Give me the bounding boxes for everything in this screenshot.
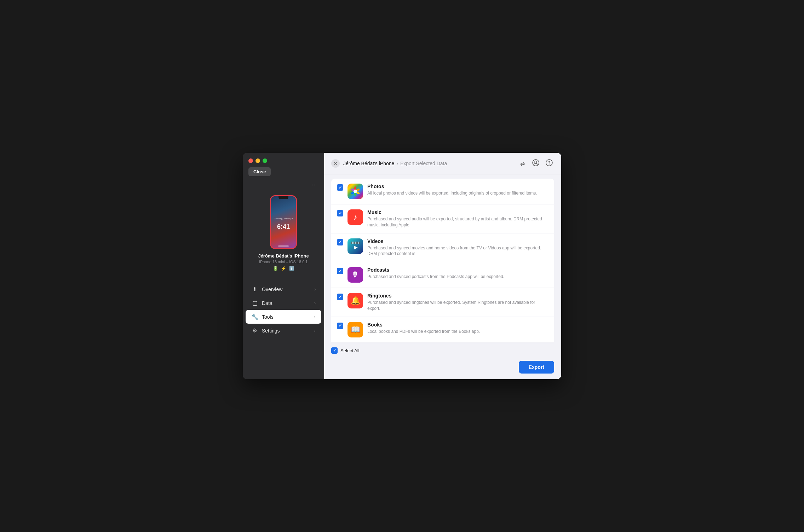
sidebar-nav: ℹ Overview › ▢ Data › 🔧 Tools › ⚙ Settin… [243,282,324,374]
videos-description: Purchased and synced movies and home vid… [367,245,549,257]
checkbox-music[interactable] [337,210,343,216]
data-icon: ▢ [251,300,258,306]
select-all-label: Select All [340,348,359,353]
checkbox-videos[interactable] [337,239,343,245]
chevron-icon: › [314,314,316,319]
traffic-light-red[interactable] [248,158,253,163]
info-icon: ℹ️ [289,266,294,271]
svg-rect-16 [359,242,360,244]
photos-title: Photos [367,184,549,189]
phone-frame: Tuesday, January 9 6:41 [270,195,297,249]
export-button-container: Export [324,358,561,379]
sidebar-item-settings-label: Settings [262,328,311,334]
svg-marker-17 [354,246,358,249]
export-button[interactable]: Export [519,361,554,374]
transfer-button[interactable]: ⇄ [517,158,527,168]
photos-app-icon [348,184,363,199]
close-button[interactable]: Close [248,167,271,176]
ringtones-title: Ringtones [367,293,549,299]
breadcrumb-current: Export Selected Data [400,161,447,166]
podcasts-app-icon: 🎙 [348,267,363,283]
svg-rect-14 [354,242,355,244]
sidebar-dots: ··· [243,182,324,192]
account-icon [532,159,539,168]
app-window: Close ··· Tuesday, January 9 6:41 Jérôme… [243,153,561,379]
svg-rect-15 [356,242,358,244]
podcasts-title: Podcasts [367,267,549,273]
battery-icon: 🔋 [273,266,278,271]
books-icon: 📖 [351,325,360,334]
export-item-videos: Videos Purchased and synced movies and h… [331,233,554,262]
chevron-icon: › [314,301,316,306]
traffic-light-yellow[interactable] [255,158,260,163]
phone-time: 6:41 [277,223,290,231]
videos-title: Videos [367,238,549,244]
books-app-icon: 📖 [348,322,363,337]
sidebar-item-tools-label: Tools [262,314,311,320]
sidebar-item-settings[interactable]: ⚙ Settings › [246,324,321,337]
x-icon: ✕ [334,161,338,166]
traffic-lights [243,158,324,167]
usb-icon: ⚡ [281,266,286,271]
svg-text:?: ? [548,161,550,166]
main-content: ✕ Jérôme Bédat's iPhone › Export Selecte… [324,153,561,379]
select-all-checkbox[interactable] [331,347,338,354]
breadcrumb: Jérôme Bédat's iPhone › Export Selected … [343,161,514,166]
device-model: iPhone 13 mini – iOS 18.0.1 [259,260,308,264]
svg-point-11 [354,190,357,193]
tools-icon: 🔧 [251,313,258,320]
export-item-photos: Photos All local photos and videos will … [331,179,554,204]
overview-icon: ℹ [251,286,258,293]
phone-screen: Tuesday, January 9 6:41 [271,196,296,248]
items-card: Photos All local photos and videos will … [331,179,554,343]
items-container[interactable]: Photos All local photos and videos will … [324,174,561,343]
breadcrumb-device: Jérôme Bédat's iPhone [343,161,394,166]
books-description: Local books and PDFs will be exported fr… [367,329,549,335]
breadcrumb-separator: › [396,161,398,166]
ringtones-item-text: Ringtones Purchased and synced ringtones… [367,293,549,312]
svg-point-1 [535,161,537,163]
books-title: Books [367,322,549,328]
device-name: Jérôme Bédat's iPhone [252,253,314,259]
sidebar-item-data[interactable]: ▢ Data › [246,296,321,310]
music-app-icon: ♪ [348,209,363,225]
ringtones-description: Purchased and synced ringtones will be e… [367,300,549,312]
phone-notch [278,196,288,199]
videos-app-icon [348,238,363,254]
account-button[interactable] [531,158,541,168]
device-status-icons: 🔋 ⚡ ℹ️ [273,266,294,271]
checkbox-ringtones[interactable] [337,294,343,300]
phone-home-bar [278,245,289,247]
music-title: Music [367,209,549,215]
sidebar: Close ··· Tuesday, January 9 6:41 Jérôme… [243,153,324,379]
header-actions: ⇄ ? [517,158,554,168]
settings-icon: ⚙ [251,327,258,334]
videos-item-text: Videos Purchased and synced movies and h… [367,238,549,257]
sidebar-item-overview[interactable]: ℹ Overview › [246,282,321,296]
help-button[interactable]: ? [544,158,554,168]
books-item-text: Books Local books and PDFs will be expor… [367,322,549,335]
sidebar-item-overview-label: Overview [262,287,311,292]
main-header: ✕ Jérôme Bédat's iPhone › Export Selecte… [324,153,561,174]
photos-description: All local photos and videos will be expo… [367,190,549,196]
transfer-icon: ⇄ [520,160,525,167]
help-icon: ? [546,159,553,168]
ringtones-app-icon: 🔔 [348,293,363,308]
podcasts-item-text: Podcasts Purchased and synced podcasts f… [367,267,549,280]
sidebar-item-tools[interactable]: 🔧 Tools › [246,310,321,324]
header-close-button[interactable]: ✕ [331,159,340,168]
podcasts-description: Purchased and synced podcasts from the P… [367,274,549,280]
export-item-books: 📖 Books Local books and PDFs will be exp… [331,317,554,343]
photos-item-text: Photos All local photos and videos will … [367,184,549,196]
checkbox-podcasts[interactable] [337,268,343,274]
export-item-ringtones: 🔔 Ringtones Purchased and synced rington… [331,288,554,317]
music-description: Purchased and synced audio will be expor… [367,216,549,228]
music-item-text: Music Purchased and synced audio will be… [367,209,549,228]
checkbox-photos[interactable] [337,184,343,191]
svg-rect-13 [351,242,352,244]
phone-date: Tuesday, January 9 [274,218,293,220]
traffic-light-green[interactable] [263,158,267,163]
export-item-podcasts: 🎙 Podcasts Purchased and synced podcasts… [331,262,554,288]
export-item-music: ♪ Music Purchased and synced audio will … [331,204,554,233]
checkbox-books[interactable] [337,323,343,329]
